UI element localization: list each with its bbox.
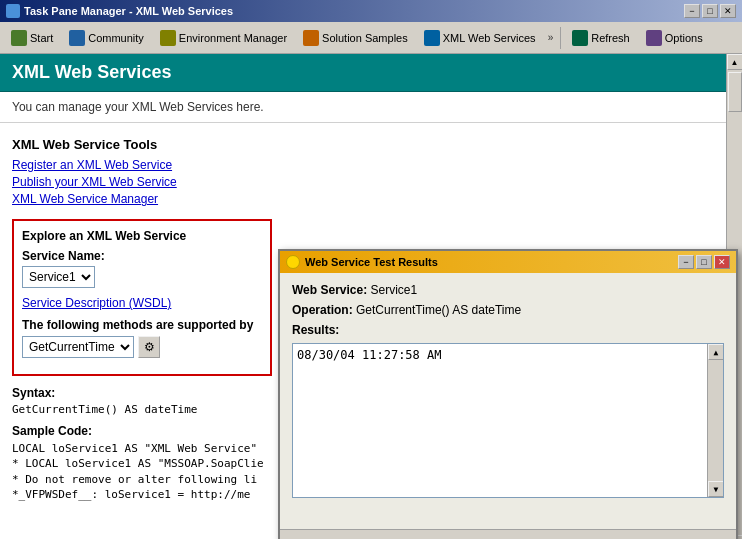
scroll-up-arrow[interactable]: ▲ xyxy=(727,54,743,70)
toolbar-separator xyxy=(560,27,561,49)
window-title: Task Pane Manager - XML Web Services xyxy=(24,5,233,17)
publish-link[interactable]: Publish your XML Web Service xyxy=(12,175,730,189)
popup-window-controls: − □ ✕ xyxy=(678,255,730,269)
results-scroll-down[interactable]: ▼ xyxy=(708,481,724,497)
scroll-thumb[interactable] xyxy=(728,72,742,112)
results-scroll-up[interactable]: ▲ xyxy=(708,344,724,360)
manager-link[interactable]: XML Web Service Manager xyxy=(12,192,730,206)
results-label: Results: xyxy=(292,323,724,337)
options-icon xyxy=(646,30,662,46)
popup-maximize-button[interactable]: □ xyxy=(696,255,712,269)
service-name-select[interactable]: Service1 xyxy=(22,266,95,288)
toolbar-env-manager[interactable]: Environment Manager xyxy=(153,27,294,49)
maximize-button[interactable]: □ xyxy=(702,4,718,18)
results-area: 08/30/04 11:27:58 AM ▲ ▼ xyxy=(292,343,724,498)
star-icon xyxy=(286,255,300,269)
panel-description: You can manage your XML Web Services her… xyxy=(0,92,742,123)
env-icon xyxy=(160,30,176,46)
solution-icon xyxy=(303,30,319,46)
popup-web-service-field: Web Service: Service1 xyxy=(292,283,724,297)
main-area: XML Web Services You can manage your XML… xyxy=(0,54,742,539)
toolbar-options[interactable]: Options xyxy=(639,27,710,49)
results-scrollbar[interactable]: ▲ ▼ xyxy=(707,344,723,497)
popup-close-button[interactable]: ✕ xyxy=(714,255,730,269)
toolbar-community[interactable]: Community xyxy=(62,27,151,49)
refresh-icon xyxy=(572,30,588,46)
explore-section: Explore an XML Web Service Service Name:… xyxy=(12,219,272,376)
toolbar-solution-samples[interactable]: Solution Samples xyxy=(296,27,415,49)
close-button[interactable]: ✕ xyxy=(720,4,736,18)
popup-title-left: Web Service Test Results xyxy=(286,255,438,269)
gear-icon: ⚙ xyxy=(144,340,155,354)
method-action-button[interactable]: ⚙ xyxy=(138,336,160,358)
toolbar-xml-web-services[interactable]: XML Web Services xyxy=(417,27,543,49)
operation-label: Operation: xyxy=(292,303,353,317)
methods-label: The following methods are supported by xyxy=(22,318,262,332)
toolbar-refresh[interactable]: Refresh xyxy=(565,27,637,49)
register-link[interactable]: Register an XML Web Service xyxy=(12,158,730,172)
service-name-row: Service1 xyxy=(22,266,262,288)
service-name-label: Service Name: xyxy=(22,249,262,263)
minimize-button[interactable]: − xyxy=(684,4,700,18)
xml-icon xyxy=(424,30,440,46)
toolbar-start[interactable]: Start xyxy=(4,27,60,49)
popup-operation-field: Operation: GetCurrentTime() AS dateTime xyxy=(292,303,724,317)
window-controls: − □ ✕ xyxy=(684,4,736,18)
popup-title-text: Web Service Test Results xyxy=(305,256,438,268)
home-icon xyxy=(11,30,27,46)
explore-title: Explore an XML Web Service xyxy=(22,229,262,243)
operation-value: GetCurrentTime() AS dateTime xyxy=(356,303,521,317)
wsdl-link[interactable]: Service Description (WSDL) xyxy=(22,296,262,310)
tools-section-title: XML Web Service Tools xyxy=(12,137,730,152)
overflow-button[interactable]: » xyxy=(545,30,557,45)
app-icon xyxy=(6,4,20,18)
popup-dialog: Web Service Test Results − □ ✕ Web Servi… xyxy=(278,249,738,539)
web-service-label: Web Service: xyxy=(292,283,367,297)
web-service-value: Service1 xyxy=(371,283,418,297)
panel-header: XML Web Services xyxy=(0,54,742,92)
popup-footer: Refresh View WSDL Web Test Page xyxy=(280,529,736,539)
toolbar: Start Community Environment Manager Solu… xyxy=(0,22,742,54)
community-icon xyxy=(69,30,85,46)
method-select[interactable]: GetCurrentTime xyxy=(22,336,134,358)
results-value: 08/30/04 11:27:58 AM xyxy=(297,348,442,362)
title-bar: Task Pane Manager - XML Web Services − □… xyxy=(0,0,742,22)
popup-content: Web Service: Service1 Operation: GetCurr… xyxy=(280,273,736,529)
popup-minimize-button[interactable]: − xyxy=(678,255,694,269)
popup-title-bar: Web Service Test Results − □ ✕ xyxy=(280,251,736,273)
method-row: GetCurrentTime ⚙ xyxy=(22,336,262,358)
